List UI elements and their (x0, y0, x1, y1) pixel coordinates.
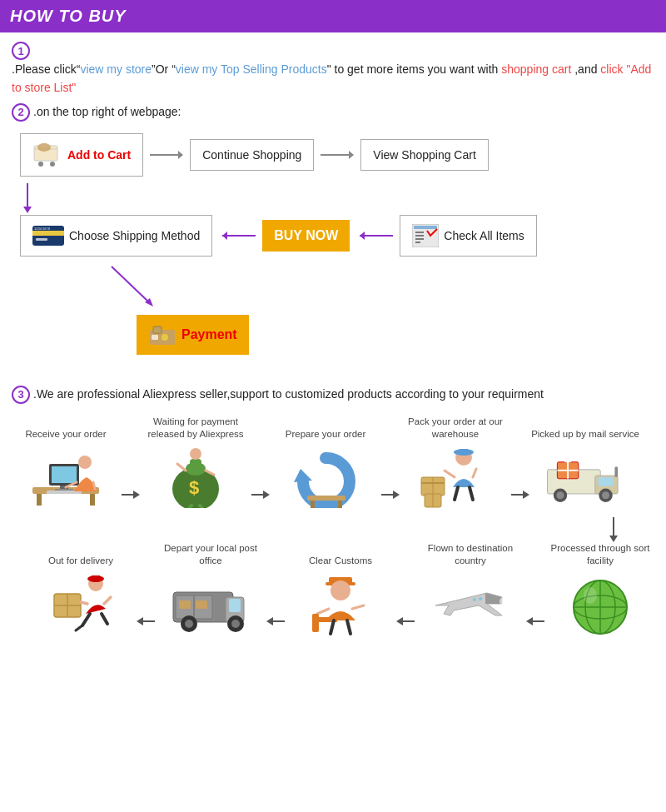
label-pack: Pack your order at our warehouse (401, 416, 509, 441)
svg-marker-8 (349, 151, 354, 159)
svg-rect-124 (196, 600, 207, 609)
choose-shipping-label: Choose Shipping Method (69, 229, 200, 242)
svg-marker-88 (609, 536, 618, 542)
choose-shipping-box[interactable]: 1234 5678 Choose Shipping Method (20, 215, 212, 257)
process-row-1: Receive your order (12, 416, 654, 511)
svg-rect-108 (312, 614, 319, 632)
process-item-sort: Processed through sort facility (546, 542, 654, 637)
svg-point-122 (231, 620, 240, 628)
svg-line-107 (352, 605, 364, 609)
step3-number: 3 (12, 386, 30, 404)
svg-marker-74 (523, 491, 529, 499)
buy-now-label: BUY NOW (274, 228, 338, 243)
add-to-cart-box[interactable]: Add to Cart (20, 133, 143, 177)
cart-icon (32, 142, 62, 167)
step1-text-between: ”Or “ (152, 62, 176, 76)
step3-section: 3 .We are professional Aliexpress seller… (12, 385, 654, 644)
icon-pack (414, 444, 497, 511)
svg-point-48 (190, 448, 201, 460)
arrow-right-2 (321, 147, 354, 162)
flow-diagram: Add to Cart Continue Shopping (20, 133, 654, 355)
arrow-p4 (509, 487, 531, 511)
svg-rect-58 (338, 501, 342, 508)
svg-point-30 (162, 334, 168, 341)
svg-marker-126 (137, 617, 143, 625)
step3-text: .We are professional Aliexpress seller,s… (33, 385, 544, 403)
svg-marker-43 (133, 491, 140, 499)
flow-row-2: 1234 5678 Choose Shipping Method BUY NOW (20, 215, 537, 257)
view-cart-box[interactable]: View Shopping Cart (360, 139, 488, 171)
process-flow: Receive your order (12, 416, 654, 644)
check-all-items-box[interactable]: Check All Items (400, 215, 536, 257)
svg-marker-55 (294, 469, 312, 482)
link-top-selling[interactable]: view my Top Selling Products (176, 62, 327, 76)
flow-row-1: Add to Cart Continue Shopping (20, 133, 489, 177)
svg-rect-32 (37, 494, 42, 506)
step1-text-before: .Please click“ (12, 62, 80, 76)
icon-out (39, 570, 122, 637)
icon-pickup (544, 444, 627, 511)
process-row-2: Processed through sort facility (12, 542, 654, 637)
step1-highlight1: shopping cart (501, 62, 571, 76)
label-sort: Processed through sort facility (546, 542, 654, 567)
svg-line-110 (331, 620, 334, 634)
label-pickup: Picked up by mail service (531, 417, 639, 441)
row-connector-down (606, 517, 621, 542)
svg-line-41 (93, 482, 95, 489)
svg-line-65 (473, 469, 476, 477)
link-view-store[interactable]: view my store (80, 62, 152, 76)
svg-line-49 (177, 464, 186, 471)
svg-rect-123 (179, 600, 191, 609)
label-waiting: Waiting for payment released by Aliexpre… (142, 416, 250, 441)
svg-marker-60 (393, 491, 400, 499)
svg-point-2 (50, 162, 55, 167)
process-item-flown: Flown to destination country (416, 542, 524, 637)
svg-rect-129 (92, 575, 100, 580)
arrow-left-1 (219, 228, 256, 243)
label-receive: Receive your order (25, 417, 106, 441)
svg-rect-12 (32, 231, 64, 236)
arrow-p6 (395, 614, 416, 637)
buy-now-box[interactable]: BUY NOW (262, 220, 350, 252)
svg-text:1234 5678: 1234 5678 (34, 227, 51, 231)
svg-marker-113 (266, 617, 273, 625)
label-flown: Flown to destination country (416, 542, 524, 567)
label-prepare: Prepare your order (286, 417, 366, 441)
svg-point-100 (504, 596, 511, 603)
process-item-pickup: Picked up by mail service (531, 417, 639, 511)
continue-shopping-box[interactable]: Continue Shopping (190, 139, 314, 171)
svg-rect-56 (307, 496, 345, 501)
icon-waiting: $ (154, 444, 237, 511)
svg-point-81 (602, 491, 609, 499)
icon-receive (24, 444, 107, 511)
svg-point-79 (556, 491, 564, 499)
arrow-p1 (120, 487, 142, 511)
payment-box[interactable]: Payment (137, 315, 249, 355)
icon-sort (559, 570, 642, 637)
process-item-customs: Clear Customs (286, 544, 395, 637)
process-item-prepare: Prepare your order (271, 417, 380, 511)
svg-line-111 (347, 620, 350, 634)
step2-number: 2 (12, 103, 30, 122)
card-icon: 1234 5678 (32, 224, 64, 247)
arrow-p5 (524, 614, 546, 637)
step1-line: 1 .Please click“view my store”Or “view m… (12, 41, 654, 97)
svg-point-39 (78, 456, 92, 469)
continue-shopping-label: Continue Shopping (202, 148, 301, 162)
header-title: HOW TO BUY (10, 7, 127, 26)
svg-line-137 (76, 625, 82, 630)
step2-text: .on the top right of webpage: (33, 102, 181, 121)
svg-line-67 (470, 487, 473, 500)
step1-text-after: " to get more items you want with (327, 62, 502, 76)
view-cart-label: View Shopping Cart (373, 148, 475, 162)
header-bar: HOW TO BUY (0, 0, 666, 32)
svg-rect-77 (598, 477, 613, 486)
svg-rect-13 (36, 238, 47, 241)
process-item-waiting: Waiting for payment released by Aliexpre… (142, 416, 250, 511)
process-item-pack: Pack your order at our warehouse (401, 416, 509, 511)
svg-line-133 (81, 602, 87, 604)
arrow-p2 (250, 487, 271, 511)
svg-line-134 (104, 597, 111, 604)
svg-point-1 (38, 162, 43, 167)
svg-line-136 (102, 614, 107, 624)
